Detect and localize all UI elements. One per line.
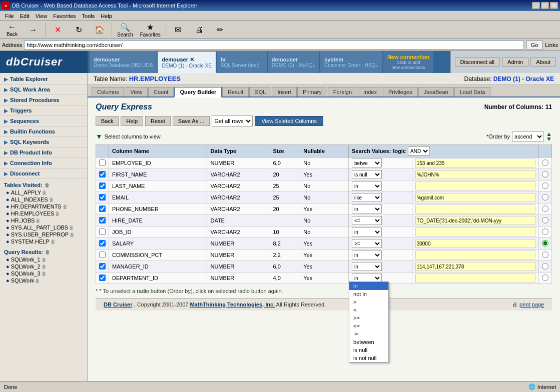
radio-job-id[interactable]	[542, 228, 548, 235]
connection-tab-1[interactable]: demouser Demo Database DB2 UDB	[90, 51, 157, 73]
delete-sqlwork[interactable]: 🗑	[35, 278, 40, 284]
sidebar-item-sequences[interactable]: ▶ Sequences	[0, 116, 87, 126]
table-item-hr-departments[interactable]: ● HR.DEPARTMENTS 🗑	[4, 203, 83, 210]
delete-hr-employees[interactable]: 🗑	[55, 211, 60, 216]
checkbox-department-id[interactable]	[99, 274, 106, 281]
menu-favorites[interactable]: Favorites	[50, 12, 79, 20]
radio-cell-department-id[interactable]	[539, 272, 552, 284]
checkbox-last-name[interactable]	[99, 182, 106, 189]
search-input-last-name[interactable]	[415, 182, 535, 190]
tab-result[interactable]: Result	[222, 87, 249, 96]
col-cond-manager-id[interactable]: innot in	[349, 261, 412, 272]
radio-department-id[interactable]	[542, 274, 548, 281]
checkbox-cell-2[interactable]	[96, 169, 109, 180]
dropdown-item-between[interactable]: between	[349, 338, 388, 346]
query-results-delete-icon[interactable]: 🗑	[45, 250, 50, 255]
delete-system-help[interactable]: 🗑	[51, 239, 56, 244]
window-controls[interactable]: _ □ ✕	[532, 2, 558, 9]
radio-phone-number[interactable]	[542, 206, 548, 212]
col-search-employee-id[interactable]	[412, 158, 538, 169]
tab-index[interactable]: Index	[358, 87, 382, 96]
col-search-salary[interactable]	[412, 238, 538, 250]
search-input-manager-id[interactable]	[415, 262, 535, 271]
table-item-system-help[interactable]: ● SYSTEM.HELP 🗑	[4, 238, 83, 245]
print-button[interactable]: 🖨	[189, 24, 209, 36]
col-search-email[interactable]	[412, 192, 538, 204]
sidebar-item-builtin-functions[interactable]: ▶ Builtin Functions	[0, 126, 87, 137]
cond-select-phone-number[interactable]: innot in	[352, 204, 382, 214]
radio-cell-first-name[interactable]	[539, 169, 552, 180]
reset-btn[interactable]: Reset	[145, 116, 171, 126]
dropdown-item-gte[interactable]: >=	[349, 314, 388, 322]
col-cond-hire-date[interactable]: <=in	[349, 215, 412, 226]
checkbox-commission-pct[interactable]	[99, 252, 106, 258]
sidebar-item-db-product-info[interactable]: ▶ DB Product Info	[0, 148, 87, 158]
col-cond-job-id[interactable]: innot in	[349, 226, 412, 238]
stop-button[interactable]: ✕	[48, 24, 68, 36]
mail-button[interactable]: ✉	[168, 24, 188, 36]
col-cond-salary[interactable]: >=in	[349, 238, 412, 250]
cond-select-job-id[interactable]: innot in	[352, 228, 382, 236]
tables-delete-icon[interactable]: 🗑	[45, 182, 50, 188]
condition-dropdown[interactable]: in not in > < >= <= != between	[349, 282, 389, 362]
radio-first-name[interactable]	[542, 171, 548, 178]
dropdown-item-ne[interactable]: !=	[349, 330, 388, 338]
radio-cell-salary[interactable]	[539, 238, 552, 250]
col-cond-last-name[interactable]: innot in	[349, 180, 412, 192]
save-as-btn[interactable]: Save As ...	[173, 116, 210, 126]
checkbox-phone-number[interactable]	[99, 206, 106, 212]
search-input-employee-id[interactable]	[415, 158, 535, 168]
sidebar-item-connection-info[interactable]: ▶ Connection Info	[0, 158, 87, 168]
view-selected-btn[interactable]: View Seleted Columns	[255, 116, 323, 126]
col-cond-phone-number[interactable]: innot in	[349, 204, 412, 215]
radio-cell-employee-id[interactable]	[539, 158, 552, 169]
connection-tab-3[interactable]: hr SQL Server (test)	[217, 51, 267, 73]
search-input-hire-date[interactable]	[415, 216, 535, 225]
delete-sqlwork2[interactable]: 🗑	[42, 264, 47, 270]
tab-privileges[interactable]: Privileges	[383, 87, 418, 96]
disconnect-all-button[interactable]: Disconnect all	[455, 58, 500, 66]
col-search-first-name[interactable]	[412, 169, 538, 180]
favorites-button[interactable]: ★ Favorites	[137, 22, 164, 38]
col-cond-first-name[interactable]: is nullin	[349, 169, 412, 180]
checkbox-cell-9[interactable]	[96, 250, 109, 261]
checkbox-cell-4[interactable]	[96, 192, 109, 204]
menu-help[interactable]: Help	[98, 12, 115, 20]
close-button[interactable]: ✕	[550, 2, 558, 9]
col-search-job-id[interactable]	[412, 226, 538, 238]
radio-cell-phone-number[interactable]	[539, 204, 552, 215]
checkbox-first-name[interactable]	[99, 171, 106, 178]
dropdown-item-is-not-null[interactable]: is not null	[349, 354, 388, 362]
new-connection-button[interactable]: New connection	[387, 54, 429, 60]
sidebar-item-disconnect[interactable]: ▶ Disconnect	[0, 168, 87, 179]
cond-select-salary[interactable]: >=in	[352, 239, 382, 248]
radio-cell-last-name[interactable]	[539, 180, 552, 192]
col-cond-department-id[interactable]: innot in in not in > < >=	[349, 272, 412, 284]
dropdown-item-is-null[interactable]: is null	[349, 346, 388, 354]
delete-all-indexes[interactable]: 🗑	[49, 197, 54, 202]
checkbox-cell-1[interactable]	[96, 158, 109, 169]
checkbox-cell-7[interactable]	[96, 226, 109, 238]
back-btn[interactable]: Back	[96, 116, 119, 126]
tab-primary[interactable]: Primary	[297, 87, 327, 96]
order-down-icon[interactable]: ▼	[546, 136, 552, 142]
go-button[interactable]: Go	[526, 40, 543, 50]
tab-foreign[interactable]: Foreign	[328, 87, 357, 96]
copyright-link[interactable]: DB Cruiser	[104, 302, 132, 308]
cond-select-manager-id[interactable]: innot in	[352, 262, 382, 271]
search-input-phone-number[interactable]	[415, 204, 535, 214]
table-item-all-indexes[interactable]: ● ALL_INDEXES 🗑	[4, 196, 83, 203]
tab-javabean[interactable]: JavaBean	[418, 87, 454, 96]
sidebar-item-table-explorer[interactable]: ▶ Table Explorer	[0, 74, 87, 84]
col-search-department-id[interactable]	[412, 272, 538, 284]
delete-all-apply[interactable]: 🗑	[42, 190, 47, 196]
radio-manager-id[interactable]	[542, 263, 548, 270]
print-area[interactable]: 🖨 print page	[512, 302, 544, 308]
tab-insert[interactable]: Insert	[272, 87, 297, 96]
maximize-button[interactable]: □	[541, 2, 549, 9]
radio-hire-date[interactable]	[542, 217, 548, 224]
address-input[interactable]	[24, 40, 523, 50]
tab-count[interactable]: Count	[148, 87, 174, 96]
dropdown-item-not-in[interactable]: not in	[349, 290, 388, 298]
radio-salary[interactable]	[542, 240, 548, 246]
